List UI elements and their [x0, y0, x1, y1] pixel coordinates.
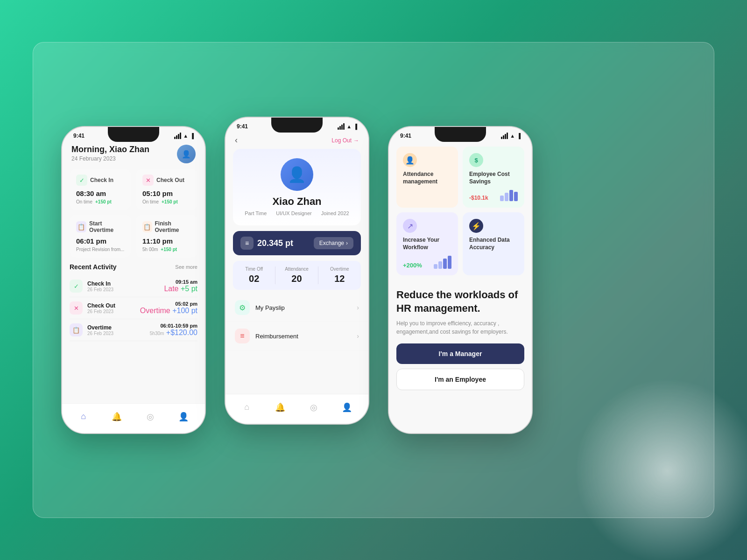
wifi-icon-2: ▲: [346, 124, 352, 129]
status-icons-3: ▲ ▐: [501, 133, 521, 139]
cost-icon: $: [469, 153, 483, 167]
check-out-card[interactable]: ✕ Check Out 05:10 pm On time +150 pt: [136, 169, 197, 210]
nav-leaf-1[interactable]: ◎: [143, 409, 158, 424]
menu-reimbursement[interactable]: ≡ Reimbursement ›: [226, 322, 368, 350]
stats-row: Time Off 02 Attendance 20 Overtime 12: [233, 261, 361, 290]
activity-item-3: 📋 Overtime 26 Feb 2023 06:01-10:59 pm 5h…: [70, 319, 197, 341]
activity-time-col-3: 06:01-10:59 pm 5h30m +$120.00: [150, 323, 197, 337]
bar: [505, 193, 508, 201]
nav-user-1[interactable]: 👤: [176, 409, 191, 424]
back-button[interactable]: ‹: [235, 135, 238, 145]
reimbursement-label: Reimbursement: [255, 333, 357, 340]
attendance-icon: 👤: [403, 153, 417, 167]
nav-bell-1[interactable]: 🔔: [109, 409, 124, 424]
stat-overtime-value: 12: [334, 273, 345, 284]
signal-bar: [507, 133, 508, 139]
activity-item-2: ✕ Check Out 26 Feb 2023 05:02 pm Overtim…: [70, 297, 197, 319]
promo-section: Reduce the workloads of HR management. H…: [389, 281, 532, 399]
signal-bars-3: [501, 133, 508, 139]
stat-overtime: Overtime 12: [318, 266, 361, 284]
profile-joined: Joined 2022: [321, 210, 349, 216]
feature-card-attendance[interactable]: 👤 Attendance management: [396, 147, 458, 208]
finish-overtime-card[interactable]: 📋 Finish Overtime 11:10 pm 5h 00m +150 p…: [136, 215, 197, 258]
logout-button[interactable]: Log Out →: [331, 137, 359, 144]
activity-item-info-3: Overtime 26 Feb 2023: [87, 324, 150, 336]
bar: [434, 264, 437, 269]
bar: [448, 256, 451, 269]
battery-icon: ▐: [190, 133, 194, 139]
signal-bar: [174, 137, 176, 139]
activity-name-3: Overtime: [87, 324, 150, 331]
battery-icon-3: ▐: [517, 133, 521, 139]
signal-bar: [176, 135, 177, 139]
feature-cards-grid: 👤 Attendance management $ Employee Cost …: [389, 141, 532, 281]
card-label-row: 📋 Start Overtime: [76, 220, 125, 233]
nav-home-2[interactable]: ⌂: [240, 400, 254, 415]
status-bar-2: 9:41 ▲ ▐: [226, 118, 368, 132]
status-time-3: 9:41: [400, 133, 411, 139]
feature-card-workflow[interactable]: ↗ Increase Your Workflow +200%: [396, 212, 458, 275]
phone-3-screen: 9:41 ▲ ▐ 👤 Attendance manag: [389, 127, 532, 433]
activity-status-3: 5h30m +$120.00: [150, 329, 197, 337]
phone-1-screen: 9:41 ▲ ▐ Morning, Xiao Zhan 24 Februa: [62, 127, 205, 433]
status-time-1: 9:41: [73, 133, 85, 139]
recent-activity-title: Recent Activity: [70, 263, 117, 271]
feature-card-accuracy[interactable]: ⚡ Enhanced Data Accuracy: [463, 212, 524, 275]
cost-chart: [500, 190, 518, 201]
accuracy-title: Enhanced Data Accuracy: [469, 237, 518, 251]
profile-section: 👤 Xiao Zhan Part Time UI/UX Designer Joi…: [233, 149, 361, 225]
payslip-chevron: ›: [357, 304, 359, 311]
nav-leaf-2[interactable]: ◎: [306, 400, 321, 415]
check-out-status: On time +150 pt: [142, 199, 191, 204]
employee-button[interactable]: I'm an Employee: [396, 369, 524, 390]
check-in-title: Check In: [90, 177, 113, 183]
logout-icon: →: [353, 137, 359, 144]
nav-home-1[interactable]: ⌂: [76, 409, 91, 424]
check-in-card[interactable]: ✓ Check In 08:30 am On time +150 pt: [70, 169, 131, 210]
menu-payslip[interactable]: ⚙ My Payslip ›: [226, 294, 368, 322]
status-bar-3: 9:41 ▲ ▐: [389, 127, 532, 141]
signal-bar: [178, 134, 179, 139]
payslip-icon: ⚙: [235, 300, 250, 315]
start-overtime-card[interactable]: 📋 Start Overtime 06:01 pm Project Revisi…: [70, 215, 131, 258]
phone2-header: ‹ Log Out →: [226, 132, 368, 149]
nav-bell-2[interactable]: 🔔: [273, 400, 288, 415]
workflow-icon: ↗: [403, 219, 417, 233]
phone1-header: Morning, Xiao Zhan 24 February 2023 👤: [62, 141, 205, 169]
feature-card-cost[interactable]: $ Employee Cost Savings -$10.1k: [463, 147, 524, 208]
activity-checkout-icon: ✕: [70, 301, 83, 315]
greeting-name: Morning, Xiao Zhan: [71, 145, 149, 154]
activity-item-info: Check In 26 Feb 2023: [87, 280, 164, 292]
activity-name-1: Check In: [87, 280, 164, 287]
battery-icon-2: ▐: [353, 124, 357, 129]
start-overtime-icon: 📋: [76, 221, 86, 232]
manager-button[interactable]: I'm a Manager: [396, 343, 524, 364]
activity-item-info-2: Check Out 26 Feb 2023: [87, 302, 140, 314]
activity-checkin-icon: ✓: [70, 280, 83, 293]
stat-attendance: Attendance 20: [275, 266, 318, 284]
reimbursement-chevron: ›: [357, 332, 359, 340]
workflow-value: +200%: [403, 262, 422, 269]
status-bar-1: 9:41 ▲ ▐: [62, 127, 205, 141]
exchange-button[interactable]: Exchange ›: [314, 237, 353, 249]
signal-bar: [341, 125, 343, 130]
points-value: 20.345 pt: [257, 238, 293, 248]
section-header: Recent Activity See more: [70, 263, 197, 271]
activity-name-2: Check Out: [87, 302, 140, 309]
workflow-title: Increase Your Workflow: [403, 237, 451, 251]
user-avatar[interactable]: 👤: [177, 145, 196, 163]
bar: [438, 261, 442, 269]
signal-bar: [505, 134, 506, 139]
card-label-row: 📋 Finish Overtime: [142, 220, 191, 233]
payslip-label: My Payslip: [255, 304, 357, 311]
workflow-chart: [434, 256, 451, 269]
check-out-time: 05:10 pm: [142, 189, 191, 197]
see-more-link[interactable]: See more: [175, 264, 197, 270]
signal-bar: [180, 133, 181, 139]
finish-overtime-icon: 📋: [142, 221, 152, 232]
activity-date-1: 26 Feb 2023: [87, 287, 164, 292]
check-in-icon: ✓: [76, 175, 87, 186]
nav-user-2[interactable]: 👤: [339, 400, 354, 415]
cost-title: Employee Cost Savings: [469, 171, 518, 185]
check-in-time: 08:30 am: [76, 189, 125, 197]
